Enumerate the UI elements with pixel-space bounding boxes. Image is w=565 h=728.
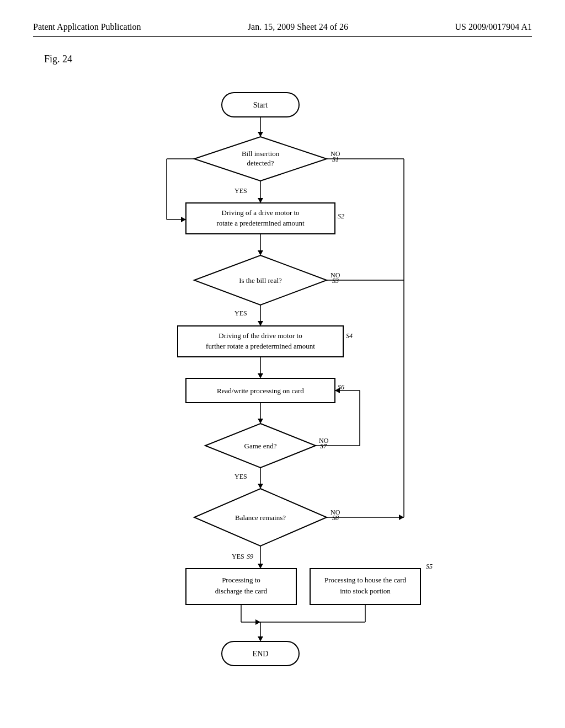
svg-text:detected?: detected? (247, 159, 274, 167)
svg-text:NO: NO (319, 437, 329, 445)
svg-text:Processing to house the card: Processing to house the card (324, 576, 407, 584)
svg-text:NO: NO (331, 508, 340, 516)
svg-text:Processing to: Processing to (222, 576, 260, 584)
svg-text:Driving of a drive motor to: Driving of a drive motor to (221, 208, 299, 217)
svg-marker-79 (181, 217, 186, 222)
flowchart: Start Bill insertion detected? S1 NO YES (95, 82, 470, 677)
svg-text:YES: YES (234, 187, 247, 195)
svg-text:Start: Start (253, 101, 268, 109)
svg-marker-44 (258, 484, 263, 489)
page-header: Patent Application Publication Jan. 15, … (33, 22, 532, 37)
svg-rect-27 (178, 326, 343, 357)
svg-marker-25 (258, 321, 263, 326)
svg-marker-18 (258, 250, 263, 255)
svg-text:into stock portion: into stock portion (340, 587, 391, 595)
svg-text:discharge the card: discharge the card (215, 587, 268, 595)
header-right: US 2009/0017904 A1 (455, 22, 532, 32)
svg-text:NO: NO (331, 271, 340, 279)
svg-text:YES: YES (232, 553, 244, 560)
svg-text:Bill insertion: Bill insertion (242, 149, 280, 158)
svg-marker-73 (258, 636, 263, 641)
svg-marker-32 (258, 373, 263, 378)
svg-text:END: END (253, 650, 269, 658)
svg-marker-37 (258, 419, 263, 424)
svg-text:Balance remains?: Balance remains? (235, 513, 286, 522)
svg-text:rotate a predetermined amount: rotate a predetermined amount (216, 219, 305, 227)
svg-rect-13 (186, 203, 335, 234)
svg-text:YES: YES (234, 309, 247, 317)
svg-text:S5: S5 (426, 563, 433, 570)
svg-text:YES: YES (234, 473, 247, 480)
svg-marker-58 (399, 515, 404, 520)
svg-marker-11 (258, 198, 263, 203)
svg-text:NO: NO (331, 150, 340, 158)
svg-marker-69 (255, 619, 260, 625)
svg-text:S4: S4 (346, 332, 353, 340)
svg-text:further rotate a predetermined: further rotate a predetermined amount (206, 342, 315, 350)
svg-text:Driving of the drive motor to: Driving of the drive motor to (218, 331, 302, 340)
header-left: Patent Application Publication (33, 22, 141, 32)
figure-label: Fig. 24 (44, 53, 532, 65)
flowchart-container: Start Bill insertion detected? S1 NO YES (33, 82, 532, 677)
svg-text:Is the bill real?: Is the bill real? (239, 276, 282, 285)
svg-text:S2: S2 (338, 212, 344, 220)
svg-text:Read/write processing on card: Read/write processing on card (217, 387, 304, 395)
svg-marker-56 (258, 564, 263, 569)
svg-marker-3 (258, 132, 263, 137)
svg-text:S9: S9 (247, 553, 253, 560)
header-center: Jan. 15, 2009 Sheet 24 of 26 (248, 22, 348, 32)
svg-text:Game end?: Game end? (244, 442, 277, 450)
